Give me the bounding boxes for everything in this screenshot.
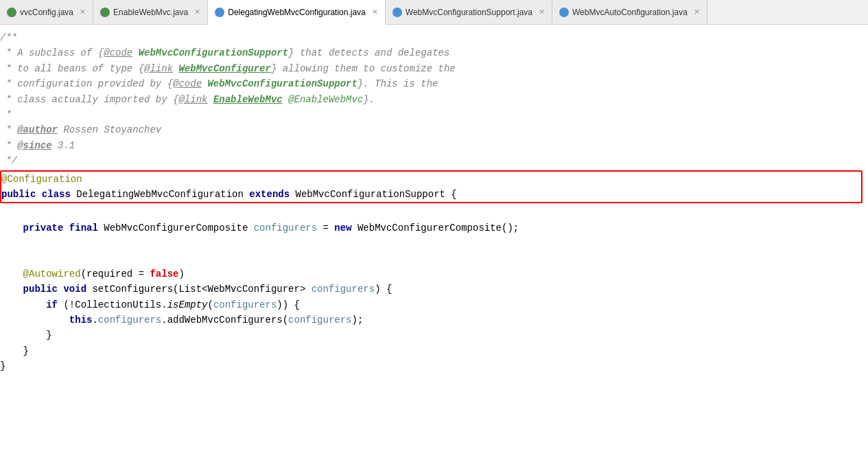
- tab-enablewebmvc[interactable]: EnableWebMvc.java ✕: [93, 0, 208, 24]
- tab-close-delegatingwebmvc[interactable]: ✕: [372, 8, 378, 16]
- tab-label-webmvcconfigsupport: WebMvcConfigurationSupport.java: [406, 8, 532, 17]
- code-line-annotation: @Configuration: [1, 172, 861, 187]
- tab-webmvcconfigsupport[interactable]: WebMvcConfigurationSupport.java ✕: [386, 0, 552, 24]
- code-line-autowired: @Autowired(required = false): [0, 266, 868, 282]
- tab-close-vvcconfig[interactable]: ✕: [80, 8, 86, 16]
- code-line-close-if: }: [0, 328, 868, 343]
- code-line-empty-3: [0, 251, 868, 266]
- code-line-comment-7: * @author Rossen Stoyanchev: [0, 122, 868, 137]
- tab-close-webmvcconfigsupport[interactable]: ✕: [539, 8, 545, 16]
- code-line-this: this.configurers.addWebMvcConfigurers(co…: [0, 312, 868, 328]
- code-line-method-sig: public void setConfigurers(List<WebMvcCo…: [0, 282, 868, 297]
- code-line-field: private final WebMvcConfigurerComposite …: [0, 220, 868, 236]
- tab-webmvcautoconfig[interactable]: WebMvcAutoConfiguration.java ✕: [552, 0, 707, 24]
- tab-label-vvcconfig: vvcConfig.java: [20, 8, 73, 17]
- code-line-comment-8: * @since 3.1: [0, 138, 868, 153]
- code-content: /** * A subclass of {@code WebMvcConfigu…: [0, 25, 868, 380]
- code-line-comment-5: * class actually imported by {@link Enab…: [0, 92, 868, 107]
- highlighted-class-declaration: @Configuration public class DelegatingWe…: [0, 170, 863, 204]
- code-editor[interactable]: /** * A subclass of {@code WebMvcConfigu…: [0, 25, 868, 456]
- tab-close-webmvcautoconfig[interactable]: ✕: [694, 8, 700, 16]
- code-line-if: if (!CollectionUtils.isEmpty(configurers…: [0, 297, 868, 312]
- code-line-class-decl: public class DelegatingWebMvcConfigurati…: [1, 187, 861, 202]
- tab-label-delegatingwebmvc: DelegatingWebMvcConfiguration.java: [228, 8, 366, 17]
- tab-icon-delegatingwebmvc: [215, 8, 224, 17]
- tab-close-enablewebmvc[interactable]: ✕: [194, 8, 200, 16]
- tab-bar: vvcConfig.java ✕ EnableWebMvc.java ✕ Del…: [0, 0, 868, 25]
- tab-label-enablewebmvc: EnableWebMvc.java: [113, 8, 188, 17]
- code-line-close-class: }: [0, 358, 868, 374]
- code-line-comment-9: */: [0, 153, 868, 168]
- tab-delegatingwebmvc[interactable]: DelegatingWebMvcConfiguration.java ✕: [208, 0, 386, 25]
- code-line-comment-3: * to all beans of type {@link WebMvcConf…: [0, 61, 868, 76]
- tab-icon-webmvcautoconfig: [559, 8, 569, 17]
- code-line-close-method: }: [0, 343, 868, 358]
- code-line-empty-1: [0, 205, 868, 220]
- code-line-comment-2: * A subclass of {@code WebMvcConfigurati…: [0, 45, 868, 60]
- tab-icon-enablewebmvc: [100, 8, 110, 17]
- code-line-empty-2: [0, 236, 868, 251]
- code-line-comment-4: * configuration provided by {@code WebMv…: [0, 76, 868, 91]
- tab-icon-webmvcconfigsupport: [392, 8, 402, 17]
- code-line-comment-6: *: [0, 107, 868, 122]
- code-line-comment-1: /**: [0, 30, 868, 45]
- tab-label-webmvcautoconfig: WebMvcAutoConfiguration.java: [572, 8, 688, 17]
- tab-vvcconfig[interactable]: vvcConfig.java ✕: [0, 0, 93, 24]
- tab-icon-vvcconfig: [7, 8, 16, 17]
